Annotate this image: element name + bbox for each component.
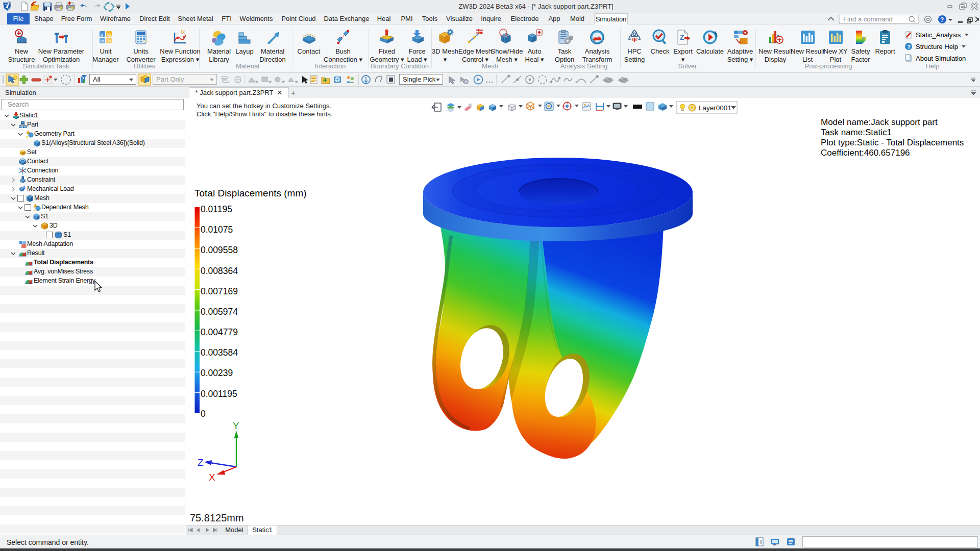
svg-text:fx: fx [181,29,185,35]
svg-text:X: X [209,472,215,483]
svg-text:0.00239: 0.00239 [201,368,233,378]
svg-text:lb: lb [108,39,111,43]
svg-text:0.01075: 0.01075 [201,224,233,235]
svg-text:?: ? [940,16,944,23]
svg-text:0.01195: 0.01195 [201,204,232,214]
svg-text:g: g [101,32,103,37]
svg-text:0: 0 [201,409,206,419]
svg-text:kg: kg [107,33,111,37]
svg-text:oz: oz [101,39,105,43]
svg-text:Find a command: Find a command [843,15,893,23]
svg-text:About Simulation: About Simulation [916,55,966,62]
svg-text:Z: Z [198,457,204,468]
svg-text:0.005974: 0.005974 [201,307,238,317]
svg-text:0.003584: 0.003584 [201,347,238,358]
svg-text:0.009558: 0.009558 [201,245,238,255]
svg-text:T: T [760,539,763,545]
svg-text:Layer0001: Layer0001 [699,104,731,112]
svg-text:Static_Analysis: Static_Analysis [916,31,961,39]
svg-text:0.008364: 0.008364 [201,266,238,276]
svg-text:0.001195: 0.001195 [201,389,237,399]
svg-text:0.007169: 0.007169 [201,286,238,296]
svg-text:0.004779: 0.004779 [201,327,238,337]
svg-text:Structure Help: Structure Help [916,43,958,51]
svg-text:?: ? [907,44,911,50]
svg-text:Y: Y [233,420,239,431]
